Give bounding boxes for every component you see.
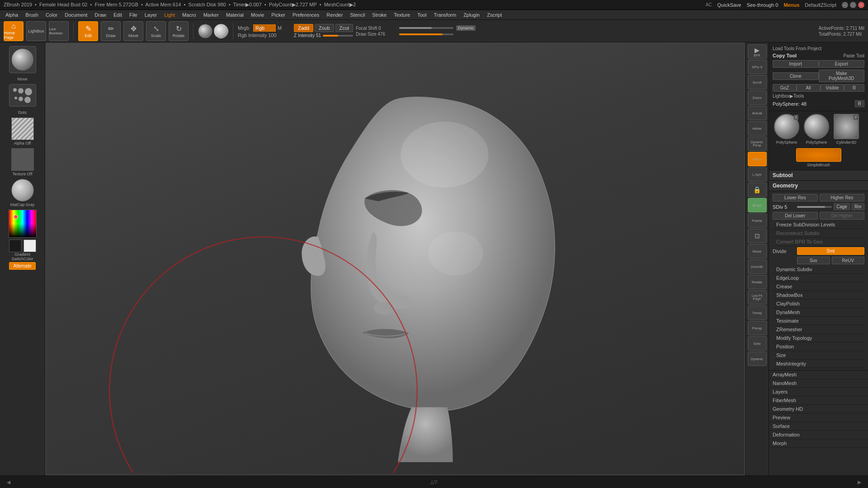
crease-row[interactable]: Crease (773, 282, 864, 291)
reconstruct-subdiv-row[interactable]: Reconstruct Subdiv (773, 229, 864, 238)
make-polymesh-btn[interactable]: Make PolyMesh3D (819, 70, 865, 82)
zadd-btn[interactable]: Zadd (294, 24, 313, 32)
lightbox-btn[interactable]: LightBox (26, 21, 46, 41)
dyna-mesh-row[interactable]: DynaMesh (773, 308, 864, 317)
status-right-arrow[interactable]: ► (856, 479, 863, 486)
draw-btn[interactable]: ✏ Draw (101, 21, 121, 41)
live-boolean-btn[interactable]: Live Boolean (49, 21, 69, 41)
color-gradient[interactable] (9, 210, 37, 238)
thumb-polysphere-1[interactable]: 2 PolySphere (773, 114, 801, 145)
modify-topology-row[interactable]: Modify Topology (773, 334, 864, 343)
all-btn[interactable]: All (797, 84, 821, 92)
rt-persp-btn[interactable]: Persp (748, 321, 767, 335)
white-swatch[interactable] (24, 239, 36, 252)
menu-layer[interactable]: Layer (141, 11, 161, 19)
rt-dynamic2-btn[interactable]: Dynamic (748, 352, 767, 366)
dynamic-subdiv-row[interactable]: Dynamic Subdiv (773, 265, 864, 274)
r2-btn[interactable]: R (855, 100, 864, 107)
menu-material[interactable]: Material (222, 11, 247, 19)
thumb-cylinder3d[interactable]: 2 Cylinder3D (832, 114, 860, 145)
z-remesher-row[interactable]: ZRemesher (773, 325, 864, 334)
dynamic-label[interactable]: Dynamic (456, 25, 476, 31)
rt-rotate-btn[interactable]: Rotate (748, 275, 767, 289)
menu-edit[interactable]: Edit (110, 11, 126, 19)
rt-xyz-btn[interactable]: ⊕Xyz (748, 198, 767, 212)
simple-brush-btn[interactable] (796, 148, 841, 162)
rotate-btn[interactable]: ↻ Rotate (169, 21, 189, 41)
minimize-btn[interactable]: ─ (842, 2, 848, 8)
higher-res-btn[interactable]: Higher Res (820, 194, 865, 202)
deformation-row[interactable]: Deformation (769, 431, 868, 439)
menu-zplugin[interactable]: Zplugin (460, 11, 483, 19)
fiber-mesh-row[interactable]: FiberMesh (769, 396, 868, 405)
load-tools-label[interactable]: Load Tools From Project (773, 46, 864, 51)
maximize-btn[interactable]: □ (850, 2, 856, 8)
morph-row[interactable]: Morph (769, 439, 868, 448)
r-btn[interactable]: R (844, 84, 864, 92)
menu-macro[interactable]: Macro (179, 11, 200, 19)
menu-brush[interactable]: Brush (22, 11, 42, 19)
rt-frame-btn[interactable]: Frame (748, 213, 767, 228)
menu-movie[interactable]: Movie (247, 11, 268, 19)
rt-actual-btn[interactable]: Actual (748, 106, 767, 120)
goz-btn[interactable]: GoZ (773, 84, 797, 92)
geometry-hd-row[interactable]: Geometry HD (769, 405, 868, 413)
quicksave-btn[interactable]: QuickSave (717, 2, 741, 8)
menu-file[interactable]: File (126, 11, 141, 19)
suv-btn[interactable]: Suv (797, 257, 830, 264)
alpha-square[interactable] (11, 117, 34, 140)
freeze-subdiv-row[interactable]: Freeze SubDivision Levels (773, 221, 864, 229)
rt-dynamic-persp-btn[interactable]: DynamicPersp (748, 136, 767, 151)
menu-render[interactable]: Render (323, 11, 346, 19)
rt-linepit-btn[interactable]: Line PitPolyF (748, 290, 767, 305)
rt-lock-btn[interactable]: 🔒 (748, 183, 767, 197)
edit-btn[interactable]: ✎ Edit (78, 21, 98, 41)
subtool-header[interactable]: Subtool (769, 170, 868, 181)
sdiv-slider[interactable] (797, 206, 832, 208)
visible-btn[interactable]: Visible (821, 84, 844, 92)
menu-zscript[interactable]: Zscript (483, 11, 505, 19)
thumb-polysphere-2[interactable]: PolySphere (802, 114, 830, 145)
shadow-box-row[interactable]: ShadowBox (773, 291, 864, 300)
menus-btn[interactable]: Menus (783, 2, 799, 8)
alternate-btn[interactable]: Alternate (9, 262, 35, 270)
scale-btn[interactable]: ⤡ Scale (146, 21, 166, 41)
see-through-btn[interactable]: See-through 0 (747, 2, 778, 8)
menu-stroke[interactable]: Stroke (368, 11, 390, 19)
material-sphere[interactable] (198, 24, 212, 38)
clay-polish-row[interactable]: ClayPolish (773, 300, 864, 308)
focal-shift-slider[interactable] (399, 27, 453, 29)
move-btn[interactable]: ✥ Move (123, 21, 143, 41)
edge-loop-row[interactable]: EdgeLoop (773, 274, 864, 282)
menu-alpha[interactable]: Alpha (2, 11, 22, 19)
menu-preferences[interactable]: Preferences (289, 11, 323, 19)
menu-tool[interactable]: Tool (414, 11, 430, 19)
menu-document[interactable]: Document (61, 11, 91, 19)
position-row[interactable]: Position (773, 343, 864, 351)
brush-item-dots[interactable] (9, 84, 36, 107)
black-swatch[interactable] (9, 239, 22, 252)
rt-aahar-btn[interactable]: AAHar (748, 121, 767, 136)
import-btn[interactable]: Import (773, 60, 819, 68)
viewport[interactable] (45, 42, 745, 475)
copy-tool-label[interactable]: Copy Tool (773, 53, 843, 58)
clone-btn[interactable]: Clone (773, 72, 819, 80)
menu-transform[interactable]: Transform (430, 11, 460, 19)
brush-item-move[interactable] (9, 46, 36, 73)
lower-res-btn[interactable]: Lower Res (773, 194, 818, 202)
menu-texture[interactable]: Texture (390, 11, 414, 19)
matcap-sphere[interactable] (11, 179, 34, 202)
rt-spix-btn[interactable]: SPix 3 (748, 60, 767, 74)
array-mesh-row[interactable]: ArrayMesh (769, 371, 868, 379)
rt-move-btn[interactable]: Move (748, 244, 767, 258)
rnr-label[interactable]: Rnr (852, 203, 864, 210)
paste-tool-label[interactable]: Paste Tool (843, 53, 864, 58)
reuv-btn[interactable]: ReUV (832, 257, 865, 264)
rt-frame2-btn[interactable]: ⊡ (748, 229, 767, 243)
rt-floor-btn[interactable]: Floor (748, 152, 767, 166)
rt-zoom-btn[interactable]: Zoom (748, 90, 767, 105)
convert-bpr-row[interactable]: Convert BPR To Geo (773, 238, 864, 246)
lightbox-tools-label[interactable]: Lightbox▶Tools (773, 94, 804, 99)
rt-transp-btn[interactable]: Transp (748, 305, 767, 320)
size-row[interactable]: Size (773, 351, 864, 360)
